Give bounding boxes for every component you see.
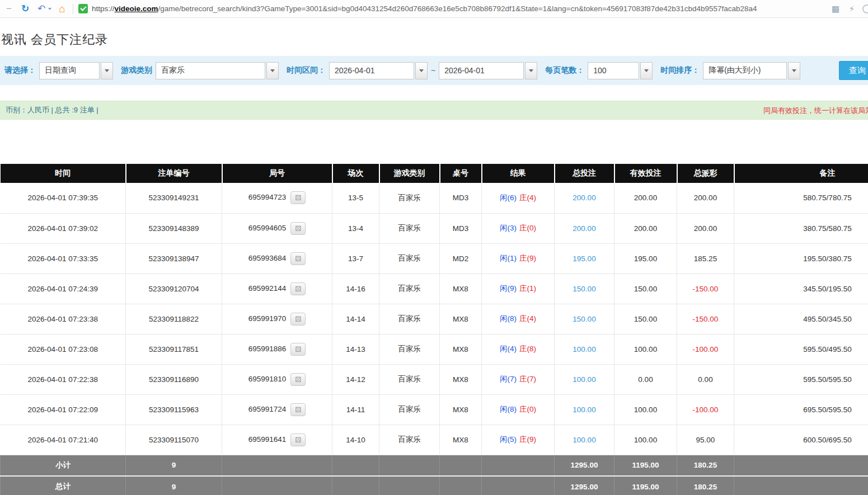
round-video-button[interactable]: ⚄	[290, 343, 306, 356]
total-bet-link[interactable]: 200.00	[573, 224, 595, 233]
table-row: 2026-04-01 07:23:38 523309118822 6959919…	[1, 304, 868, 334]
cell-valid-bet: 195.00	[614, 243, 677, 274]
cell-total-bet: 150.00	[555, 274, 614, 304]
total-bet-link[interactable]: 150.00	[573, 315, 595, 323]
chevron-down-icon	[644, 69, 649, 72]
round-number: 695991810	[248, 375, 287, 383]
url-domain: videoie.com	[115, 4, 158, 13]
query-type-combobox[interactable]: 日期查询	[39, 62, 113, 79]
cell-bet-id: 523309149231	[126, 183, 222, 213]
cell-table-no: MD3	[440, 183, 482, 213]
cell-remark: 345.50/195.50	[734, 274, 868, 304]
cell-session: 13-7	[332, 243, 379, 274]
query-type-label: 请选择：	[4, 65, 36, 76]
sort-order-combobox[interactable]: 降幂(由大到小)	[703, 62, 800, 79]
cell-round: 695991886⚄	[222, 334, 332, 364]
cell-payout: 95.00	[677, 425, 734, 455]
query-type-value[interactable]: 日期查询	[39, 62, 100, 79]
browser-toolbar: − ↻ ↶ ⌂ https://videoie.com/game/betreco…	[0, 0, 868, 18]
date-from-dropdown-button[interactable]	[415, 62, 428, 79]
undo-dropdown-arrow-icon[interactable]	[48, 8, 51, 10]
cell-result: 闲(5)庄(9)	[482, 425, 555, 455]
dice-icon: ⚄	[295, 225, 301, 232]
table-row: 2026-04-01 07:21:40 523309115070 6959916…	[1, 425, 868, 455]
date-to-value[interactable]: 2026-04-01	[439, 62, 524, 79]
total-bet-link[interactable]: 150.00	[573, 285, 595, 293]
query-type-dropdown-button[interactable]	[101, 62, 113, 79]
date-from-value[interactable]: 2026-04-01	[329, 62, 414, 79]
total-bet-link[interactable]: 100.00	[573, 375, 595, 384]
player-result: 闲(3)	[500, 224, 517, 232]
page-size-dropdown-button[interactable]	[640, 62, 653, 79]
cell-payout: 200.00	[677, 213, 734, 243]
undo-button[interactable]: ↶	[36, 3, 51, 15]
cell-remark: 580.75/780.75	[734, 183, 868, 213]
total-bet-link[interactable]: 200.00	[573, 194, 595, 202]
browser-menu-icon[interactable]	[862, 4, 868, 13]
total-bet-link[interactable]: 100.00	[573, 406, 595, 414]
page-url[interactable]: https://videoie.com/game/betrecord_searc…	[92, 4, 757, 13]
cell-valid-bet: 200.00	[614, 183, 677, 213]
col-header-payout: 总派彩	[677, 164, 734, 183]
cell-payout: 0.00	[677, 364, 734, 394]
total-bet-link[interactable]: 100.00	[573, 436, 595, 444]
round-video-button[interactable]: ⚄	[290, 373, 306, 386]
date-range-separator: ~	[431, 66, 435, 75]
page-size-value[interactable]: 100	[588, 62, 639, 79]
total-bet-link[interactable]: 100.00	[573, 345, 595, 353]
total-empty	[222, 476, 332, 495]
round-video-button[interactable]: ⚄	[290, 282, 306, 295]
cell-total-bet: 100.00	[555, 334, 614, 364]
round-video-button[interactable]: ⚄	[290, 222, 306, 235]
round-video-button[interactable]: ⚄	[290, 191, 306, 204]
back-icon[interactable]: −	[3, 3, 15, 15]
date-to-picker[interactable]: 2026-04-01	[439, 62, 537, 79]
chevron-down-icon	[419, 69, 424, 72]
player-result: 闲(9)	[500, 284, 517, 293]
cell-bet-id: 523309148389	[126, 213, 222, 243]
cell-result: 闲(7)庄(7)	[482, 364, 555, 394]
page-size-combobox[interactable]: 100	[588, 62, 653, 79]
game-type-combobox[interactable]: 百家乐	[156, 62, 279, 79]
game-type-value[interactable]: 百家乐	[156, 62, 265, 79]
sort-order-dropdown-button[interactable]	[788, 62, 800, 79]
cell-valid-bet: 100.00	[614, 394, 677, 425]
total-label: 总计	[1, 476, 126, 495]
search-button[interactable]: 查询	[839, 61, 868, 80]
cell-result: 闲(6)庄(4)	[482, 183, 555, 213]
refresh-icon[interactable]: ↻	[20, 3, 31, 15]
lightning-icon[interactable]: ⚡	[846, 3, 857, 15]
total-row: 总计 9 1295.00 1195.00 180.25	[1, 476, 868, 495]
subtotal-empty	[222, 455, 332, 476]
game-type-label: 游戏类别	[121, 65, 152, 76]
banker-result: 庄(1)	[519, 284, 536, 293]
round-video-button[interactable]: ⚄	[290, 252, 306, 265]
page-size-label: 每页笔数：	[545, 65, 584, 76]
cell-result: 闲(3)庄(0)	[482, 213, 555, 243]
filter-bar: 请选择： 日期查询 游戏类别 百家乐 时间区间： 2026-04-01 ~ 20…	[0, 56, 868, 85]
cell-time: 2026-04-01 07:39:35	[1, 183, 126, 213]
date-to-dropdown-button[interactable]	[525, 62, 537, 79]
cell-round: 695991970⚄	[222, 304, 332, 334]
round-video-button[interactable]: ⚄	[290, 403, 306, 416]
round-video-button[interactable]: ⚄	[290, 433, 306, 446]
round-number: 695994605	[248, 224, 287, 232]
total-empty	[734, 476, 868, 495]
cell-round: 695991641⚄	[222, 425, 332, 455]
date-from-picker[interactable]: 2026-04-01	[329, 62, 428, 79]
total-bet-link[interactable]: 195.00	[573, 254, 595, 263]
cell-total-bet: 200.00	[555, 183, 614, 213]
cell-game-type: 百家乐	[379, 425, 440, 455]
undo-icon: ↶	[36, 3, 47, 15]
home-icon[interactable]: ⌂	[57, 3, 68, 15]
game-type-dropdown-button[interactable]	[266, 62, 279, 79]
sort-order-value[interactable]: 降幂(由大到小)	[703, 62, 787, 79]
address-bar[interactable]: https://videoie.com/game/betrecord_searc…	[78, 4, 825, 13]
extensions-grid-icon[interactable]: ▦	[830, 3, 841, 15]
cell-bet-id: 523309115963	[126, 394, 222, 425]
cell-time: 2026-04-01 07:23:38	[1, 304, 126, 334]
player-result: 闲(6)	[500, 194, 517, 202]
round-video-button[interactable]: ⚄	[290, 313, 306, 326]
dice-icon: ⚄	[295, 346, 301, 353]
cell-remark: 495.50/345.50	[734, 304, 868, 334]
